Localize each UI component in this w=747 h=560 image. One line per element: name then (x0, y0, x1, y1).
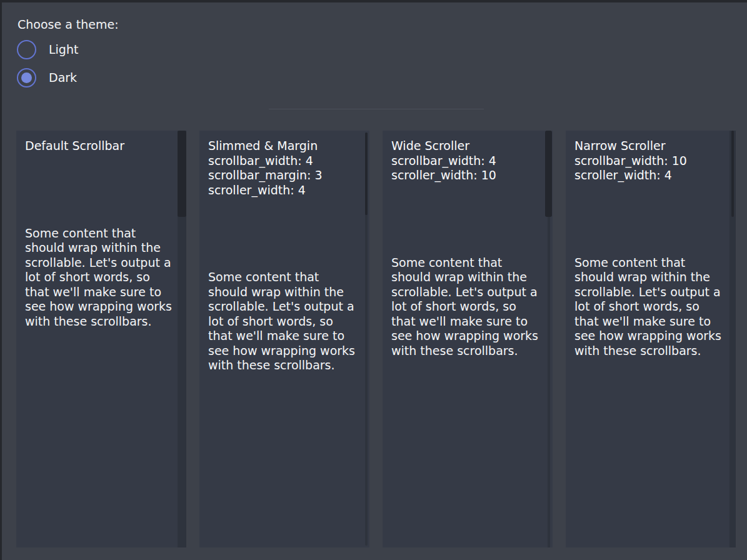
scrollable-content: Default Scrollbar Some content that shou… (16, 131, 186, 329)
scrollable-content: Narrow Scroller scrollbar_width: 10 scro… (566, 131, 736, 358)
theme-chooser-label: Choose a theme: (18, 17, 119, 32)
scrollable-body-text: Some content that should wrap within the… (391, 256, 543, 359)
scrollable-wide-scroller[interactable]: Wide Scroller scrollbar_width: 4 scrolle… (383, 131, 553, 548)
scrollable-narrow-scroller[interactable]: Narrow Scroller scrollbar_width: 10 scro… (566, 131, 736, 548)
scrollable-content: Slimmed & Margin scrollbar_width: 4 scro… (199, 131, 369, 373)
vertical-space (25, 154, 176, 226)
radio-selected-dot (21, 72, 32, 83)
scrollbar-thumb[interactable] (178, 131, 186, 217)
scrollable-body-text: Some content that should wrap within the… (574, 256, 726, 359)
scrollable-title: Slimmed & Margin scrollbar_width: 4 scro… (208, 139, 359, 198)
horizontal-rule (269, 109, 484, 109)
scrollable-body-text: Some content that should wrap within the… (25, 226, 176, 329)
scrollable-slimmed-margin[interactable]: Slimmed & Margin scrollbar_width: 4 scro… (199, 131, 369, 548)
scrollbar-thumb[interactable] (545, 131, 552, 217)
radio-label-dark: Dark (49, 71, 77, 84)
vertical-space (574, 183, 726, 256)
scrollables-row: Default Scrollbar Some content that shou… (16, 131, 736, 548)
scrollable-body-text: Some content that should wrap within the… (208, 270, 359, 373)
scrollable-title: Narrow Scroller scrollbar_width: 10 scro… (574, 139, 726, 183)
app-window: Choose a theme: Light Dark Default Scrol… (0, 0, 747, 560)
radio-option-light[interactable]: Light (17, 39, 78, 60)
vertical-space (391, 183, 543, 256)
radio-option-dark[interactable]: Dark (17, 67, 77, 88)
scrollbar-thumb[interactable] (365, 132, 368, 215)
scrollable-content: Wide Scroller scrollbar_width: 4 scrolle… (383, 131, 553, 358)
scrollable-default[interactable]: Default Scrollbar Some content that shou… (16, 131, 186, 548)
radio-label-light: Light (49, 42, 78, 56)
scrollable-title: Wide Scroller scrollbar_width: 4 scrolle… (391, 139, 543, 183)
radio-button-icon (17, 68, 36, 88)
scrollable-title: Default Scrollbar (25, 139, 176, 154)
vertical-space (208, 198, 359, 270)
radio-button-icon (17, 40, 36, 59)
scrollbar-thumb[interactable] (731, 131, 734, 217)
